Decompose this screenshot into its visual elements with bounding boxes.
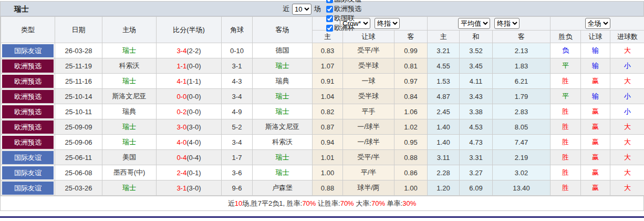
match-type-cell: 欧洲预选 — [1, 74, 55, 89]
over-under-cell: 大 — [610, 135, 644, 150]
fulltime-score: 1-1 — [176, 62, 186, 70]
summary-segment: 10 — [235, 199, 242, 207]
corner-cell: 3-4 — [222, 135, 253, 150]
europe-provider-select[interactable]: 平均值 — [458, 18, 490, 29]
europe-group-header: 平均值 终指 — [428, 17, 550, 31]
score-cell: 4-0(4-0) — [157, 135, 222, 150]
table-body: 国际友谊26-03-28瑞士3-4(2-2)0-10德国0.83受平/半0.99… — [1, 43, 644, 196]
competition-checkbox[interactable] — [326, 15, 333, 22]
match-table: 类型 日期 主场 比分(半场) 角球 客场 Crow* 终指 平均值 — [1, 16, 644, 196]
col-header-away: 客场 — [253, 17, 313, 43]
halftime-score: (3-0) — [186, 123, 201, 131]
halftime-score: (0-4) — [186, 154, 201, 162]
europe-stage-select[interactable]: 终指 — [494, 18, 520, 29]
europe-draw-odds-cell: 3.31 — [460, 150, 493, 165]
checkbox-text: 欧国联 — [334, 14, 355, 23]
away-team-cell: 瑞士 — [253, 165, 313, 180]
match-type-badge: 国际友谊 — [2, 182, 54, 195]
match-type-cell: 欧洲预选 — [1, 89, 55, 104]
checkbox-label-1[interactable]: 国际友谊 — [322, 0, 361, 4]
over-under-cell: 大 — [610, 119, 644, 135]
handicap-away-odds-cell: 0.84 — [394, 89, 428, 104]
match-type-cell: 欧洲预选 — [1, 119, 55, 135]
europe-draw-odds-cell: 4.53 — [460, 119, 493, 135]
away-team-cell: 科索沃 — [253, 135, 313, 150]
score-cell: 0-2(0-0) — [157, 104, 222, 119]
match-type-badge: 国际友谊 — [2, 151, 54, 164]
handicap-line-cell: 受平/半 — [343, 150, 394, 165]
europe-draw-odds-cell: 4.11 — [460, 74, 493, 89]
halftime-score: (3-0) — [186, 184, 201, 192]
match-date-cell: 25-11-19 — [55, 58, 102, 74]
recent-count-select[interactable]: 10 — [292, 4, 311, 15]
away-team-cell: 德国 — [253, 43, 313, 58]
over-under-cell: 小 — [610, 89, 644, 104]
europe-away-odds-cell: 2.83 — [493, 104, 550, 119]
summary-segment: 让胜率: — [316, 199, 340, 207]
win-draw-loss-cell: 胜 — [550, 135, 581, 150]
win-draw-loss-cell: 平 — [550, 58, 581, 74]
score-cell: 3-0(3-0) — [157, 119, 222, 135]
subheader-hcp-res: 让球 — [581, 31, 610, 43]
halftime-score: (0-0) — [186, 93, 201, 101]
result-scope-select[interactable]: 全场 — [585, 18, 610, 29]
handicap-away-odds-cell: 0.95 — [394, 135, 428, 150]
match-row: 国际友谊26-03-28瑞士3-4(2-2)0-10德国0.83受平/半0.99… — [1, 43, 644, 58]
europe-home-odds-cell: 4.55 — [428, 58, 460, 74]
filter-controls: 近 10 场 同客国际友谊欧洲预选欧国联欧洲杯 — [1, 2, 643, 16]
handicap-result-cell: 输 — [581, 89, 610, 104]
competition-checkbox[interactable] — [326, 0, 333, 3]
fulltime-score: 2-4 — [176, 169, 186, 177]
summary-footer: 近10场,胜7平2负1, 胜率:70% 让胜率:70% 大率:70% 单率:30… — [1, 196, 643, 210]
over-under-cell: 大 — [610, 43, 644, 58]
match-row: 欧洲预选25-10-11瑞典0-2(0-0)4-9瑞士0.82平手1.062.4… — [1, 104, 644, 119]
match-type-badge: 欧洲预选 — [2, 90, 54, 103]
handicap-result-cell: 赢 — [581, 135, 610, 150]
europe-away-odds-cell: 2.13 — [493, 43, 550, 58]
match-type-badge: 国际友谊 — [2, 166, 54, 179]
score-cell: 1-1(0-0) — [157, 58, 222, 74]
fulltime-score: 0-0 — [176, 93, 186, 101]
handicap-line-cell: 一/球半 — [343, 135, 394, 150]
win-draw-loss-cell: 负 — [550, 43, 581, 58]
summary-segment: 场,胜7平2负1, 胜率: — [242, 199, 302, 207]
checkbox-label-3[interactable]: 欧国联 — [322, 14, 361, 23]
halftime-score: (2-2) — [186, 47, 201, 55]
match-history-panel: 瑞士 近 10 场 同客国际友谊欧洲预选欧国联欧洲杯 类型 日期 主场 比分(半… — [0, 1, 644, 211]
away-team-cell: 斯洛文尼亚 — [253, 119, 313, 135]
competition-checkbox[interactable] — [326, 25, 333, 32]
summary-segment: 30% — [402, 199, 416, 207]
subheader-hcp-away: 客 — [394, 31, 428, 43]
away-team-cell: 瑞士 — [253, 150, 313, 165]
europe-home-odds-cell: 2.45 — [428, 104, 460, 119]
handicap-stage-select[interactable]: 终指 — [375, 18, 400, 29]
handicap-home-odds-cell: 0.87 — [313, 119, 343, 135]
match-row: 欧洲预选25-11-16瑞士4-1(1-1)4-3瑞典0.91一球0.971.5… — [1, 74, 644, 89]
handicap-away-odds-cell: 1.06 — [394, 104, 428, 119]
match-row: 欧洲预选25-11-19科索沃1-1(0-0)3-1瑞士1.07受半球0.814… — [1, 58, 644, 74]
summary-segment: 大率: — [354, 199, 371, 207]
home-team-cell: 科索沃 — [102, 58, 157, 74]
handicap-home-odds-cell: 0.94 — [313, 135, 343, 150]
subheader-wdl: 胜负 — [550, 31, 581, 43]
checkbox-label-4[interactable]: 欧洲杯 — [322, 23, 361, 33]
competition-checkbox[interactable] — [326, 6, 333, 13]
europe-home-odds-cell: 1.53 — [428, 74, 460, 89]
home-team-cell: 瑞士 — [102, 180, 157, 196]
match-row: 欧洲预选25-09-09瑞士3-0(3-0)5-2斯洛文尼亚0.87一/球半1.… — [1, 119, 644, 135]
subheader-goals: 进球数 — [610, 31, 644, 43]
away-team-cell: 卢森堡 — [253, 180, 313, 196]
match-row: 国际友谊25-06-08墨西哥(中)2-4(0-1)3-6瑞士1.00平/半0.… — [1, 165, 644, 180]
handicap-line-cell: 球半/两 — [343, 180, 394, 196]
match-type-badge: 欧洲预选 — [2, 105, 54, 118]
match-type-cell: 欧洲预选 — [1, 58, 55, 74]
recent-label: 近 — [283, 4, 289, 14]
match-row: 欧洲预选25-10-14斯洛文尼亚0-0(0-0)3-4瑞士1.04受半球0.8… — [1, 89, 644, 104]
col-header-date: 日期 — [55, 17, 102, 43]
handicap-away-odds-cell: 0.88 — [394, 150, 428, 165]
over-under-cell: 大 — [610, 180, 644, 196]
checkbox-label-2[interactable]: 欧洲预选 — [322, 4, 361, 14]
corner-cell: 4-3 — [222, 74, 253, 89]
home-team-cell: 瑞士 — [102, 43, 157, 58]
match-type-badge: 欧洲预选 — [2, 59, 54, 73]
